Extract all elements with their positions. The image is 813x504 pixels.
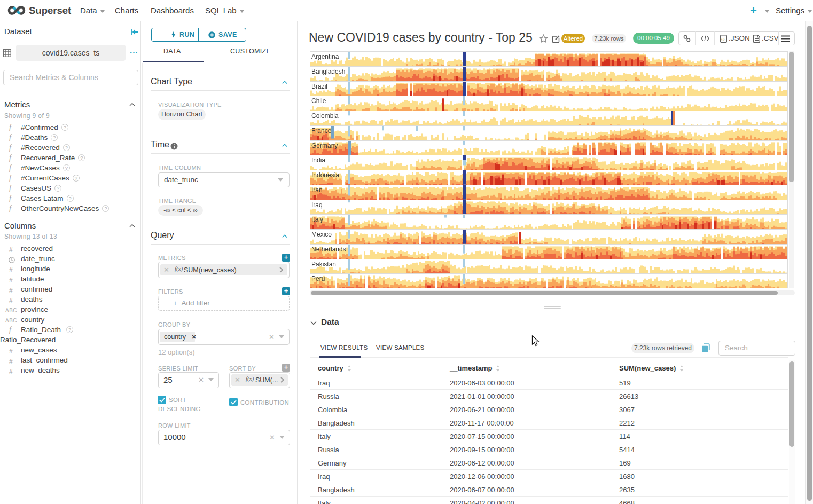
svg-text:{·}: {·} [721, 37, 724, 41]
